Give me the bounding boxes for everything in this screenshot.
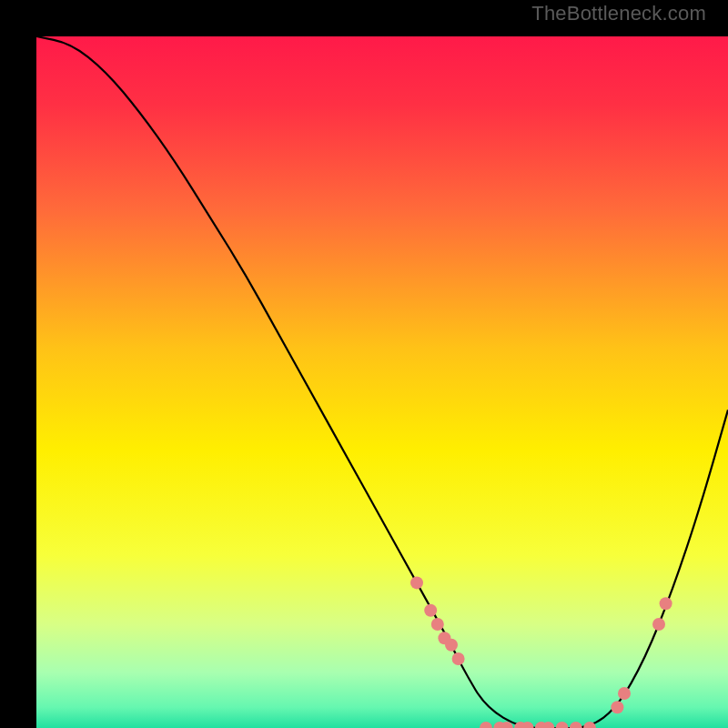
watermark-text: TheBottleneck.com [531, 2, 706, 25]
chart-frame [18, 18, 710, 710]
highlight-dot [618, 687, 631, 700]
highlight-dot [445, 639, 458, 652]
highlight-dot [660, 597, 672, 610]
chart-background [36, 36, 728, 728]
highlight-dot [611, 701, 623, 713]
highlight-dot [652, 618, 665, 631]
highlight-dot [410, 576, 423, 589]
highlight-dot [452, 652, 465, 665]
bottleneck-chart [36, 36, 728, 728]
highlight-dot [431, 618, 444, 631]
highlight-dot [424, 604, 437, 617]
